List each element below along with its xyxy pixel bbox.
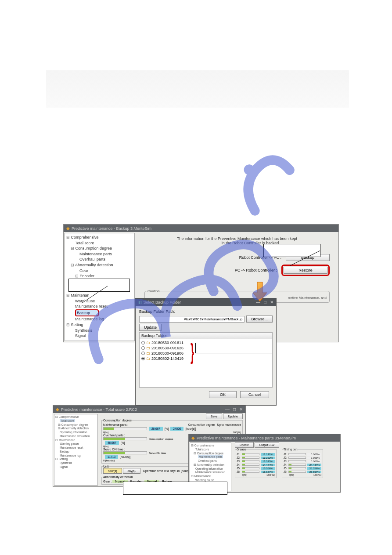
- days-button[interactable]: day(s): [123, 468, 140, 474]
- tree-comprehensive[interactable]: Comprehensive: [71, 235, 99, 239]
- joint-data-panel: Update Output CSV Grease J1:11.111% J2:1…: [232, 442, 340, 492]
- brace-icon: }: [191, 338, 194, 365]
- dialog-title-text: Select Backup Folder: [144, 300, 181, 305]
- close-icon[interactable]: ✕: [270, 300, 273, 305]
- tree-setting[interactable]: Setting: [71, 323, 83, 327]
- progress-bar: [103, 451, 147, 454]
- info-text-1: The information for the Preventive Maint…: [144, 236, 330, 241]
- save-button[interactable]: Save: [206, 414, 223, 419]
- win1-titlebar: ◆ Predictive maintenance - Backup 3:Ment…: [64, 225, 338, 232]
- tree2[interactable]: ⊟ Comprehensive Total score ⊞ Consumptio…: [54, 414, 98, 486]
- update-button[interactable]: Update: [139, 324, 162, 331]
- app-icon: ◆: [56, 407, 59, 412]
- arrow-down-icon: [251, 281, 269, 303]
- win3-title: Predictive maintenance - Maintenance par…: [197, 436, 296, 440]
- tree-signal[interactable]: Signal: [66, 333, 133, 339]
- folder-item[interactable]: 🗀20180802-140419: [140, 356, 271, 361]
- tree-total-score[interactable]: Total score: [66, 240, 133, 246]
- pc-to-rc-label: PC -> Robot Controller :: [235, 268, 277, 272]
- tree-maint-log[interactable]: Maintenance log: [66, 316, 133, 322]
- svg-line-1: [290, 250, 320, 266]
- tree-consumption[interactable]: Consumption degree: [76, 246, 112, 250]
- tree-gear[interactable]: Gear: [66, 268, 133, 274]
- tree-abnormality[interactable]: Abnormality detection: [75, 263, 113, 267]
- progress-bar: [103, 437, 147, 440]
- path-label: Backup Folder Path:: [139, 309, 273, 314]
- tree-backup-selected[interactable]: Backup: [75, 309, 99, 317]
- ok-button[interactable]: OK: [209, 391, 237, 398]
- browse-button[interactable]: Browse...: [246, 316, 273, 323]
- svg-point-0: [242, 162, 257, 177]
- path-input[interactable]: ¥la¥2¥RC1¥Maintenance¥PMBackup: [139, 316, 245, 323]
- update-button[interactable]: Update: [223, 414, 243, 419]
- minimize-icon[interactable]: —: [225, 407, 230, 412]
- app-icon: ◆: [66, 226, 70, 231]
- folder-column-header: Backup Folder: [139, 332, 273, 339]
- progress-bar: [103, 427, 147, 430]
- win2-title: Predictive maintenance - Total score 2:R…: [61, 407, 137, 412]
- tree-encoder[interactable]: Encoder: [80, 274, 95, 278]
- cancel-button[interactable]: Cancel: [240, 391, 269, 398]
- output-csv-button[interactable]: Output CSV: [255, 442, 280, 448]
- leader-line-backup: [81, 286, 121, 308]
- win1-title: Predictive maintenance - Backup 3:MenteS…: [72, 226, 151, 231]
- hours-button[interactable]: hour(s): [103, 468, 122, 474]
- tree-synthesis[interactable]: Synthesis: [66, 328, 133, 334]
- tree-maint-parts[interactable]: Maintenance parts: [66, 251, 133, 257]
- app-icon: ◆: [191, 435, 195, 440]
- tree-overhaul[interactable]: Overhaul parts: [66, 257, 133, 262]
- callout-box-d: [123, 482, 227, 495]
- leader-line-restore: [285, 248, 338, 270]
- svg-line-2: [82, 286, 108, 303]
- update-button[interactable]: Update: [235, 442, 254, 448]
- maximize-icon[interactable]: □: [233, 407, 236, 412]
- caution-legend: Caution: [147, 289, 160, 293]
- page-header-gradient: [46, 70, 349, 108]
- close-icon[interactable]: ✕: [239, 407, 243, 412]
- callout-box-c: [195, 343, 272, 353]
